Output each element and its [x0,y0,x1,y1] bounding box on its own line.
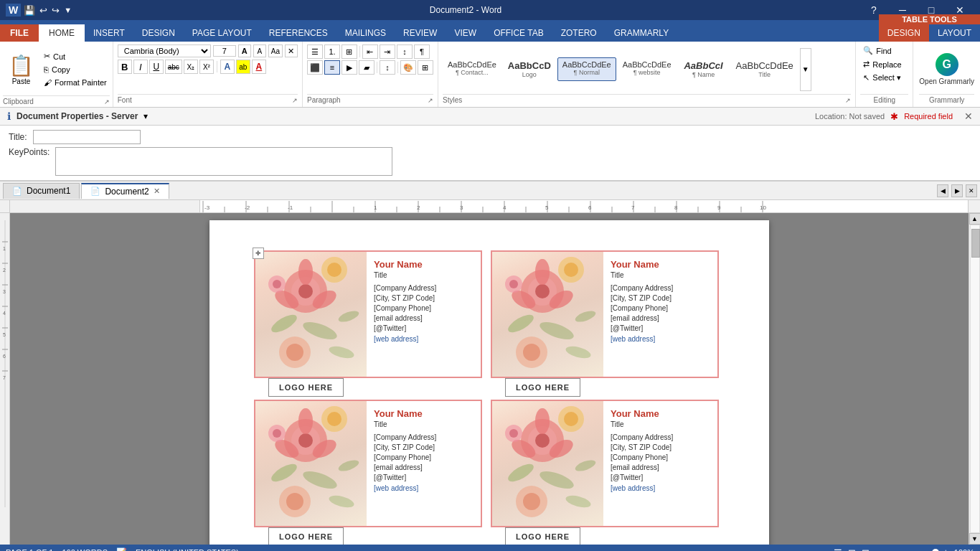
doc-props-dropdown-arrow[interactable]: ▾ [143,111,148,121]
strikethrough-button[interactable]: abc [165,60,182,74]
align-center-button[interactable]: ≡ [324,60,340,75]
card-title-1[interactable]: Title [374,271,473,279]
scroll-down-button[interactable]: ▼ [969,533,981,545]
keypoints-textarea[interactable] [55,147,392,176]
logo-box-3[interactable]: LOGO HERE [268,527,344,545]
close-props-button[interactable]: ✕ [964,110,973,122]
replace-button[interactable]: ⇄Replace [860,58,908,70]
tab-grammarly[interactable]: GRAMMARLY [606,24,677,42]
vertical-scrollbar[interactable]: ▲ ▼ [969,213,980,545]
font-grow-button[interactable]: A [238,44,251,57]
style-title[interactable]: AaBbCcDdEe Title [731,57,798,81]
underline-button[interactable]: U [149,60,164,74]
superscript-button[interactable]: X² [199,60,214,74]
paste-button[interactable]: 📋 Paste [3,51,39,88]
doc-tab-doc2[interactable]: 📄 Document2 ✕ [81,183,169,199]
font-color-button[interactable]: A [252,60,266,74]
card-website-3[interactable]: [web address] [374,484,473,492]
font-size-input[interactable] [213,45,236,57]
style-normal[interactable]: AaBbCcDdEe ¶ Normal [557,57,616,81]
tab-review[interactable]: REVIEW [395,24,446,42]
card-name-3[interactable]: Your Name [374,408,473,419]
text-effects-button[interactable]: A [220,60,235,74]
align-right-button[interactable]: ▶ [341,60,357,75]
styles-expand-icon[interactable]: ↗ [845,97,851,104]
card-website-2[interactable]: [web address] [611,335,710,343]
close-all-tabs-button[interactable]: ✕ [966,184,977,197]
tab-office-tab[interactable]: OFFICE TAB [485,24,552,42]
tab-zotero[interactable]: ZOTERO [552,24,606,42]
grammarly-icon[interactable]: G [936,53,958,76]
tab-insert[interactable]: INSERT [85,24,133,42]
view-print-button[interactable]: ⊞ [862,547,870,552]
style-logo[interactable]: AaBbCcD Logo [503,57,556,81]
view-normal-button[interactable]: ☰ [834,547,842,552]
line-spacing-button[interactable]: ↕ [380,60,395,75]
table-move-handle[interactable]: ✛ [253,248,264,259]
business-card-1[interactable]: Your Name Title [Company Address] [City,… [254,250,482,378]
card-title-2[interactable]: Title [611,271,710,279]
scroll-thumb[interactable] [971,229,980,258]
business-card-2[interactable]: Your Name Title [Company Address] [City,… [491,250,719,378]
zoom-out-button[interactable]: − [875,547,880,551]
align-left-button[interactable]: ⬛ [307,60,323,75]
sort-button[interactable]: ↕ [397,44,413,59]
style-contact[interactable]: AaBbCcDdEe ¶ Contact... [443,57,501,81]
doc-tab-doc1[interactable]: 📄 Document1 [3,183,80,199]
numbering-button[interactable]: 1. [324,44,340,59]
clear-formatting-button[interactable]: ✕ [285,44,298,57]
tab-scroll-right-button[interactable]: ▶ [951,184,963,197]
customize-icon[interactable]: ▼ [64,6,72,14]
logo-box-2[interactable]: LOGO HERE [505,378,580,397]
font-name-select[interactable]: Cambria (Body) [118,44,211,57]
borders-button[interactable]: ⊞ [418,60,433,75]
style-website[interactable]: AaBbCcDdEe ¶ website [618,57,677,81]
change-case-button[interactable]: Aa [268,44,283,57]
multilevel-button[interactable]: ⊞ [341,44,357,59]
undo-icon[interactable]: ↩ [39,5,47,16]
copy-button[interactable]: ⎘Copy [41,64,110,75]
card-name-2[interactable]: Your Name [611,259,710,270]
select-button[interactable]: ↖Select ▾ [860,72,908,84]
increase-indent-button[interactable]: ⇥ [380,44,395,59]
format-painter-button[interactable]: 🖌Format Painter [41,77,110,88]
bullets-button[interactable]: ☰ [307,44,323,59]
tab-scroll-left-button[interactable]: ◀ [937,184,948,197]
justify-button[interactable]: ▰ [359,60,374,75]
clipboard-expand-icon[interactable]: ↗ [104,98,110,105]
styles-gallery-scroll-down[interactable]: ▼ [800,48,811,91]
tab-page-layout[interactable]: PAGE LAYOUT [184,24,260,42]
decrease-indent-button[interactable]: ⇤ [362,44,378,59]
find-button[interactable]: 🔍Find [860,44,908,57]
tab-references[interactable]: REFERENCES [260,24,336,42]
font-shrink-button[interactable]: A [253,44,266,57]
open-grammarly-button[interactable]: Open Grammarly [919,77,974,85]
subscript-button[interactable]: X₂ [184,60,198,74]
tab-home[interactable]: HOME [39,24,85,42]
redo-icon[interactable]: ↪ [52,5,60,16]
business-card-4[interactable]: Your Name Title [Company Address] [City,… [491,400,719,527]
cut-button[interactable]: ✂Cut [41,50,110,62]
tab-view[interactable]: VIEW [446,24,485,42]
zoom-in-button[interactable]: + [943,547,948,551]
card-website-1[interactable]: [web address] [374,335,473,343]
shading-button[interactable]: 🎨 [400,60,416,75]
card-title-3[interactable]: Title [374,420,473,428]
scroll-up-button[interactable]: ▲ [969,213,981,225]
card-name-1[interactable]: Your Name [374,259,473,270]
card-title-4[interactable]: Title [611,420,710,428]
paragraph-expand-icon[interactable]: ↗ [428,97,433,104]
scroll-track[interactable] [970,225,980,533]
tab-mailings[interactable]: MAILINGS [336,24,395,42]
font-expand-icon[interactable]: ↗ [292,97,298,104]
logo-box-1[interactable]: LOGO HERE [268,378,344,397]
tab-design[interactable]: DESIGN [133,24,184,42]
page-scroll-area[interactable]: ✛ [10,213,969,545]
card-website-4[interactable]: [web address] [611,484,710,492]
doc-tab-close-button[interactable]: ✕ [154,187,160,196]
business-card-3[interactable]: Your Name Title [Company Address] [City,… [254,400,482,527]
bold-button[interactable]: B [118,60,132,74]
tab-file[interactable]: FILE [0,24,39,42]
logo-box-4[interactable]: LOGO HERE [505,527,580,545]
save-icon[interactable]: 💾 [24,5,35,16]
